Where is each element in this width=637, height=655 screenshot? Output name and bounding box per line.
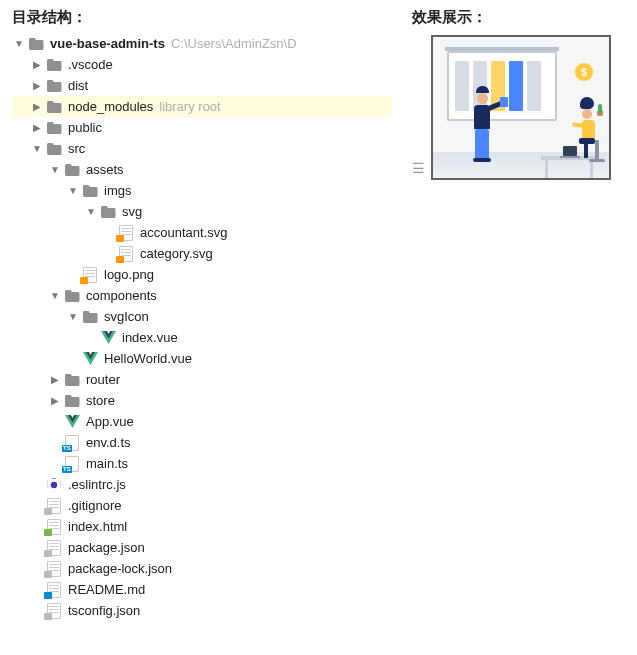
tree-row[interactable]: ▶store	[12, 390, 392, 411]
tree-row[interactable]: ▶index.vue	[12, 327, 392, 348]
tree-row[interactable]: ▶accountant.svg	[12, 222, 392, 243]
tree-item-label: category.svg	[140, 246, 213, 261]
tree-item-label: logo.png	[104, 267, 154, 282]
json-file-icon	[46, 603, 62, 619]
preview-panel: 效果展示： ☰ $	[412, 8, 625, 621]
tree-row[interactable]: ▶index.html	[12, 516, 392, 537]
tree-item-label: components	[86, 288, 157, 303]
chevron-down-icon[interactable]: ▼	[66, 310, 80, 324]
chevron-right-icon[interactable]: ▶	[30, 79, 44, 93]
chevron-right-icon[interactable]: ▶	[48, 373, 62, 387]
chevron-right-icon[interactable]: ▶	[30, 100, 44, 114]
tree-row[interactable]: ▼svg	[12, 201, 392, 222]
tree-row[interactable]: ▶router	[12, 369, 392, 390]
tree-item-label: App.vue	[86, 414, 134, 429]
folder-icon	[28, 36, 44, 52]
ts-file-icon: TS	[64, 435, 80, 451]
tree-item-extra: library root	[159, 99, 220, 114]
tree-row[interactable]: ▶dist	[12, 75, 392, 96]
folder-icon	[82, 309, 98, 325]
preview-illustration: $	[431, 35, 611, 180]
tree-item-label: assets	[86, 162, 124, 177]
tree-item-label: vue-base-admin-ts	[50, 36, 165, 51]
tree-row[interactable]: ▼assets	[12, 159, 392, 180]
tree-row[interactable]: ▶public	[12, 117, 392, 138]
tree-item-label: router	[86, 372, 120, 387]
tree-item-label: .eslintrc.js	[68, 477, 126, 492]
chevron-down-icon[interactable]: ▼	[48, 163, 62, 177]
tree-row[interactable]: ▼imgs	[12, 180, 392, 201]
tree-item-label: public	[68, 120, 102, 135]
vue-icon	[82, 351, 98, 367]
folder-icon	[64, 372, 80, 388]
vue-icon	[100, 330, 116, 346]
tree-row[interactable]: ▶package-lock.json	[12, 558, 392, 579]
tree-row[interactable]: ▶.vscode	[12, 54, 392, 75]
chevron-down-icon[interactable]: ▼	[84, 205, 98, 219]
tree-item-label: main.ts	[86, 456, 128, 471]
chevron-right-icon[interactable]: ▶	[48, 394, 62, 408]
folder-icon	[64, 162, 80, 178]
tree-item-label: .vscode	[68, 57, 113, 72]
tree-item-label: index.vue	[122, 330, 178, 345]
tree-row[interactable]: ▶package.json	[12, 537, 392, 558]
tree-row[interactable]: ▶TSenv.d.ts	[12, 432, 392, 453]
image-file-icon	[118, 246, 134, 262]
tree-row[interactable]: ▶node_moduleslibrary root	[12, 96, 392, 117]
image-file-icon	[82, 267, 98, 283]
vue-icon	[64, 414, 80, 430]
tree-row[interactable]: ▼svgIcon	[12, 306, 392, 327]
tree-item-label: dist	[68, 78, 88, 93]
tree-row[interactable]: ▶tsconfig.json	[12, 600, 392, 621]
folder-icon	[64, 288, 80, 304]
tree-item-label: README.md	[68, 582, 145, 597]
tree-item-label: tsconfig.json	[68, 603, 140, 618]
tree-item-label: package.json	[68, 540, 145, 555]
file-tree: ▼vue-base-admin-tsC:\Users\AdminZsn\D▶.v…	[12, 33, 392, 621]
folder-icon	[100, 204, 116, 220]
tree-item-label: node_modules	[68, 99, 153, 114]
html-file-icon	[46, 519, 62, 535]
tree-item-label: package-lock.json	[68, 561, 172, 576]
tree-row[interactable]: ▶.eslintrc.js	[12, 474, 392, 495]
tree-row[interactable]: ▶README.md	[12, 579, 392, 600]
preview-title: 效果展示：	[412, 8, 625, 27]
tree-row[interactable]: ▶HelloWorld.vue	[12, 348, 392, 369]
tree-item-label: store	[86, 393, 115, 408]
tree-row[interactable]: ▼vue-base-admin-tsC:\Users\AdminZsn\D	[12, 33, 392, 54]
tree-item-label: accountant.svg	[140, 225, 227, 240]
tree-item-label: svg	[122, 204, 142, 219]
json-file-icon	[46, 561, 62, 577]
tree-item-label: HelloWorld.vue	[104, 351, 192, 366]
ts-file-icon: TS	[64, 456, 80, 472]
directory-title: 目录结构：	[12, 8, 392, 27]
tree-row[interactable]: ▶category.svg	[12, 243, 392, 264]
tree-row[interactable]: ▶App.vue	[12, 411, 392, 432]
folder-icon	[46, 120, 62, 136]
chevron-down-icon[interactable]: ▼	[66, 184, 80, 198]
tree-item-label: .gitignore	[68, 498, 121, 513]
tree-row[interactable]: ▼src	[12, 138, 392, 159]
tree-row[interactable]: ▼components	[12, 285, 392, 306]
json-file-icon	[46, 498, 62, 514]
json-file-icon	[46, 540, 62, 556]
tree-item-label: svgIcon	[104, 309, 149, 324]
tree-item-label: index.html	[68, 519, 127, 534]
chevron-right-icon[interactable]: ▶	[30, 58, 44, 72]
tree-row[interactable]: ▶logo.png	[12, 264, 392, 285]
folder-icon	[46, 57, 62, 73]
chevron-down-icon[interactable]: ▼	[30, 142, 44, 156]
tree-item-label: env.d.ts	[86, 435, 131, 450]
image-file-icon	[118, 225, 134, 241]
folder-icon	[82, 183, 98, 199]
tree-item-label: imgs	[104, 183, 131, 198]
tree-row[interactable]: ▶TSmain.ts	[12, 453, 392, 474]
tree-row[interactable]: ▶.gitignore	[12, 495, 392, 516]
chevron-down-icon[interactable]: ▼	[48, 289, 62, 303]
tree-item-label: src	[68, 141, 85, 156]
folder-icon	[46, 78, 62, 94]
chevron-down-icon[interactable]: ▼	[12, 37, 26, 51]
folder-icon	[46, 141, 62, 157]
chevron-right-icon[interactable]: ▶	[30, 121, 44, 135]
directory-panel: 目录结构： ▼vue-base-admin-tsC:\Users\AdminZs…	[12, 8, 392, 621]
